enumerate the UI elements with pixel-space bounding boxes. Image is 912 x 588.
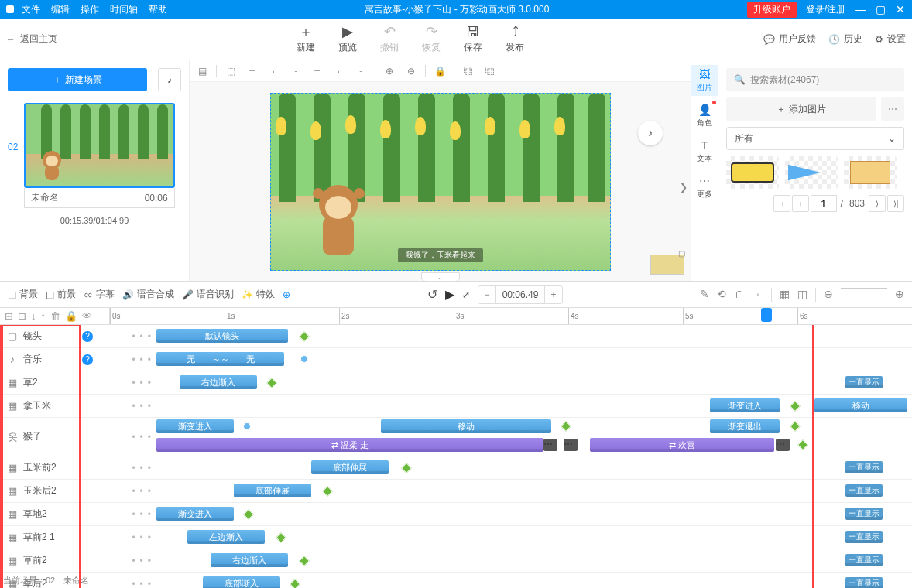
track-lane[interactable]: 右边渐入一直显示 [156,371,912,394]
tl-zoom-slider[interactable] [841,288,887,302]
new-scene-button[interactable]: ＋ 新建场景 [8,68,147,91]
track-dot[interactable]: • [132,463,135,473]
track-lane[interactable]: 左边渐入一直显示 [156,526,912,549]
timeline-clip[interactable]: 底部伸展 [234,484,311,497]
track-dot[interactable]: • [140,463,143,473]
vtab-更多[interactable]: ⋯ 更多 [691,172,718,203]
timeline-clip[interactable]: 渐变退出 [710,419,780,433]
track-dot[interactable]: • [140,556,143,566]
music-button[interactable]: ♪ [158,68,181,91]
keyframe-marker[interactable] [299,556,310,566]
track-lane[interactable]: 底部伸展一直显示 [156,480,912,502]
grid-icon[interactable]: ▦ [780,288,790,302]
zoom-minus-button[interactable]: − [478,289,495,300]
zoom-plus-button[interactable]: + [545,289,562,300]
track-dot[interactable]: • [140,331,143,342]
keyframe-marker[interactable] [243,509,254,520]
keyframe-marker[interactable] [561,421,571,432]
filter-dropdown[interactable]: 所有 ⌄ [726,127,904,150]
fullscreen-button[interactable]: ⤢ [462,289,470,300]
timeline-clip[interactable]: ⇄ 温柔-走 [156,438,543,452]
align-c-icon[interactable]: ⫠ [266,63,282,79]
asset-item[interactable] [726,156,779,189]
login-link[interactable]: 登录/注册 [806,3,845,16]
timeline-clip[interactable]: 移动 [814,398,907,412]
timeline-clip[interactable]: 渐变进入 [156,507,234,521]
track-dot[interactable]: • [140,486,143,497]
vtab-图片[interactable]: 🖼 图片 [691,65,718,96]
timeline-clip[interactable]: 默认镜头 [156,329,288,343]
upgrade-button[interactable]: 升级账户 [747,2,797,18]
minimap-close-icon[interactable]: ▢ [678,249,685,258]
track-header[interactable]: ▢ 镜头 ? ••• [2,325,156,347]
canvas-stage[interactable]: 我饿了，玉米看起来 [270,93,611,271]
keyframe-marker[interactable] [797,439,808,450]
tb-fx[interactable]: ✨ 特效 [242,288,275,301]
track-dot[interactable]: • [148,579,151,589]
track-dot[interactable]: • [140,532,143,543]
pager-first-button[interactable]: |⟨ [773,195,790,212]
action-恢复[interactable]: ↷ 恢复 [422,24,441,54]
pointer-icon[interactable]: ⬚ [223,63,238,79]
track-dot[interactable]: • [148,509,151,520]
clip-handle[interactable]: ⋯ [543,439,557,451]
align-l-icon[interactable]: ⫟ [245,63,260,79]
menu-action[interactable]: 操作 [81,3,99,16]
track-dot[interactable]: • [140,378,143,388]
cut-icon[interactable]: ⟲ [717,288,726,302]
topright-历史[interactable]: 🕓历史 [828,32,862,46]
always-show-tag[interactable]: 一直显示 [845,531,883,543]
track-dot[interactable]: • [148,378,151,388]
track-dot[interactable]: • [148,556,151,566]
always-show-tag[interactable]: 一直显示 [845,508,883,520]
sound-badge-icon[interactable]: ♪ [638,121,663,145]
topright-设置[interactable]: ⚙设置 [875,32,906,46]
always-show-tag[interactable]: 一直显示 [845,577,883,588]
back-home-button[interactable]: ← 返回主页 [6,32,57,46]
edit-icon[interactable]: ✎ [700,288,709,302]
track-header[interactable]: ▦ 草地2 ••• [2,503,156,525]
track-dot[interactable]: • [132,509,135,520]
zoom-in-icon[interactable]: ⊕ [382,63,397,79]
paste-icon[interactable]: ⿻ [482,63,498,79]
filter-icon[interactable]: ⫙ [734,288,745,302]
track-dot[interactable]: • [132,401,135,412]
maximize-button[interactable]: ▢ [875,3,886,15]
pager-prev-button[interactable]: ⟨ [792,195,809,212]
copy-icon[interactable]: ⿻ [461,63,476,79]
track-header[interactable]: ▦ 草前2 ••• [2,549,156,572]
track-dot[interactable]: • [148,486,151,497]
track-lane[interactable]: 渐变进入一直显示 [156,503,912,525]
track-header[interactable]: ▦ 玉米前2 ••• [2,456,156,479]
track-header[interactable]: ▦ 草2 ••• [2,371,156,394]
close-button[interactable]: ✕ [895,3,906,15]
keyframe-marker[interactable] [299,331,310,342]
track-dot[interactable]: • [140,354,143,365]
track-lane[interactable]: 渐变进入移动 [156,395,912,417]
track-lane[interactable]: 默认镜头 [156,325,912,347]
timeline-clip[interactable]: ⇄ 欢喜 [590,438,774,452]
rewind-button[interactable]: ↺ [427,287,437,302]
align-m-icon[interactable]: ⫠ [331,63,347,79]
playhead-marker[interactable] [761,308,772,322]
clip-handle[interactable]: ⋯ [564,439,578,451]
action-撤销[interactable]: ↶ 撤销 [380,24,399,54]
vtab-文本[interactable]: T 文本 [691,136,718,167]
add-image-button[interactable]: ＋ 添加图片 [726,97,876,121]
track-dot[interactable]: • [132,556,135,566]
clip-handle[interactable]: ⋯ [776,439,790,451]
move-up-icon[interactable]: ↑ [41,310,46,322]
track-lane[interactable]: 渐变进入移动渐变退出⇄ 温柔-走⇄ 欢喜⋯⋯⋯ [156,418,912,456]
track-lock-icon[interactable]: 🔒 [65,310,77,322]
timeline-clip[interactable]: 渐变进入 [710,398,780,412]
menu-file[interactable]: 文件 [22,3,40,16]
track-dot[interactable]: • [148,331,151,342]
tb-more-icon[interactable]: ⊕ [283,289,290,300]
visibility-icon[interactable]: 👁 [82,310,92,322]
track-header[interactable]: ▦ 草前2 1 ••• [2,526,156,549]
action-预览[interactable]: ▶ 预览 [338,24,357,54]
timeline-clip[interactable]: 无 ～～ 无 [156,352,284,366]
tb-background[interactable]: ◫ 背景 [8,288,38,301]
zoom-out-icon[interactable]: ⊖ [403,63,419,79]
keyframe-marker[interactable] [290,579,300,588]
